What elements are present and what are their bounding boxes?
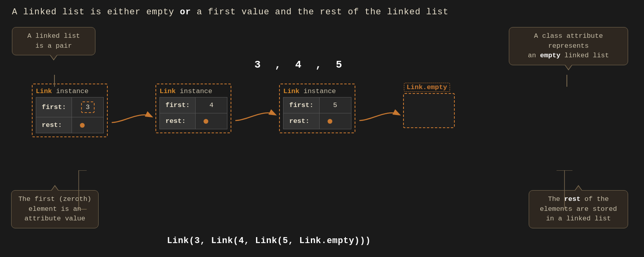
rest-pointer-dot [80,123,85,128]
tooltip-top-left: A linked list is a pair [12,27,95,55]
empty-node-wrapper: Link.empty [403,84,455,128]
rest-pointer-dot [204,119,208,124]
node-2-label: Link instance [159,88,227,95]
node-1-wrapper: Link instance first: 3 rest: [32,84,155,137]
empty-node-box [403,93,455,128]
node-2-rest-label: rest: [160,113,196,129]
node-2-link-kw: Link [159,88,176,95]
node-1-table: first: 3 rest: [36,97,104,133]
node-1-first-value: 3 [72,97,104,117]
node-1-value-box: 3 [81,101,95,113]
tooltip-bottom-right: The rest of the elements are stored in a… [529,190,628,228]
node-1-rest-value [72,117,104,133]
node-1-instance: instance [56,88,89,95]
node-3-label: Link instance [283,88,351,95]
node-3-outer: Link instance first: 5 rest: [279,84,355,133]
header-text-post: a first value and the rest of the linked… [191,7,449,17]
node-3-table: first: 5 rest: [283,97,351,129]
bottom-formula: Link(3, Link(4, Link(5, Link.empty))) [167,236,371,246]
node-2-wrapper: Link instance first: 4 rest: [155,84,279,133]
tooltip-bottom-left: The first (zeroth) element is an attribu… [11,190,99,228]
arrow-svg-1 [108,107,155,127]
table-row: first: 4 [160,97,227,113]
empty-node-label: Link.empty [403,84,455,91]
node-3-wrapper: Link instance first: 5 rest: [279,84,403,133]
table-row: first: 3 [36,97,104,117]
node-2-instance: instance [180,88,212,95]
arrow-3-to-empty [355,105,403,125]
table-row: rest: [160,113,227,129]
table-row: first: 5 [283,97,351,113]
node-3-rest-value [319,113,351,129]
node-2-outer: Link instance first: 4 rest: [155,84,231,133]
arrow-svg-3 [355,105,403,125]
node-1-first-label: first: [36,97,72,117]
node-3-first-value: 5 [319,97,351,113]
table-row: rest: [283,113,351,129]
node-1-rest-label: rest: [36,117,72,133]
header-text-bold: or [180,7,191,17]
node-2-rest-value [196,113,227,129]
table-row: rest: [36,117,104,133]
arrow-1-to-2 [108,107,155,127]
arrow-svg-2 [231,105,279,125]
empty-label-text: Link.empty [404,83,450,92]
node-3-instance: instance [303,88,336,95]
node-1-label: Link instance [36,88,104,95]
node-2-first-label: first: [160,97,196,113]
arrow-2-to-3 [231,105,279,125]
node-3-link-kw: Link [283,88,299,95]
rest-pointer-dot [328,119,332,124]
center-values-label: 3 , 4 , 5 [254,59,346,71]
connector-top-right [566,75,567,87]
node-1-outer: Link instance first: 3 rest: [32,84,108,137]
tooltip-top-right: A class attribute represents an empty li… [509,27,628,65]
header: A linked list is either empty or a first… [12,7,632,17]
node-1-link-kw: Link [36,88,52,95]
node-3-first-label: first: [283,97,319,113]
node-3-rest-label: rest: [283,113,319,129]
header-text-pre: A linked list is either empty [12,7,180,17]
node-2-first-value: 4 [196,97,227,113]
node-2-table: first: 4 rest: [159,97,227,129]
page: A linked list is either empty or a first… [0,0,644,257]
